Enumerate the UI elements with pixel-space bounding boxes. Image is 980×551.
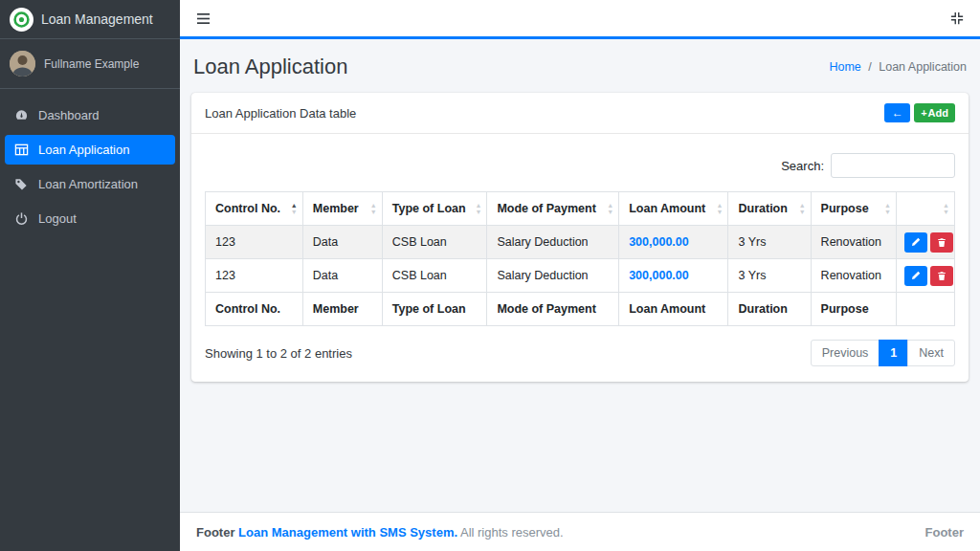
cell-mode-of-payment: Salary Deduction	[487, 259, 619, 293]
card-tools: ← +Add	[884, 103, 955, 122]
sidebar-item-label: Loan Amortization	[38, 177, 138, 191]
cell-control-no: 123	[206, 226, 303, 259]
entries-info: Showing 1 to 2 of 2 entries	[205, 346, 352, 361]
card-title: Loan Application Data table	[205, 106, 356, 121]
sidebar-item-label: Dashboard	[38, 108, 100, 122]
sort-icon: ▲▼	[607, 203, 613, 215]
edit-button[interactable]	[904, 266, 927, 286]
sidebar-item-logout[interactable]: Logout	[5, 204, 175, 233]
sort-icon: ▲▼	[475, 203, 481, 215]
power-icon	[13, 211, 29, 226]
footer-right-label: Footer	[925, 525, 964, 540]
cell-duration: 3 Yrs	[728, 259, 811, 293]
search-label: Search:	[781, 159, 824, 173]
sort-icon: ▲▼	[291, 203, 298, 215]
column-header-mode-of-payment[interactable]: Mode of Payment▲▼	[487, 192, 619, 226]
sidebar-item-dashboard[interactable]: Dashboard	[5, 100, 175, 130]
column-header-type-of-loan[interactable]: Type of Loan▲▼	[382, 192, 487, 226]
back-button[interactable]: ←	[884, 103, 910, 122]
user-panel: Fullname Example	[0, 39, 180, 89]
column-header-loan-amount[interactable]: Loan Amount▲▼	[619, 192, 728, 226]
cell-loan-amount: 300,000.00	[619, 226, 728, 259]
sidebar-item-label: Loan Application	[38, 143, 129, 157]
brand-title: Loan Management	[41, 11, 153, 27]
footer-header-actions	[896, 293, 954, 326]
table-header-row: Control No.▲▼ Member▲▼ Type of Loan▲▼ Mo…	[206, 192, 955, 226]
breadcrumb: Home / Loan Application	[829, 60, 967, 74]
avatar	[10, 51, 35, 77]
pagination: Previous 1 Next	[811, 340, 955, 366]
footer-header-loan-amount: Loan Amount	[619, 293, 728, 326]
footer-header-mode-of-payment: Mode of Payment	[487, 293, 619, 326]
search-row: Search:	[205, 153, 955, 178]
sidebar-item-label: Logout	[38, 211, 77, 226]
sort-icon: ▲▼	[717, 203, 724, 215]
column-header-member[interactable]: Member▲▼	[302, 192, 382, 226]
cell-actions	[896, 259, 954, 293]
table-icon	[13, 143, 29, 157]
footer-header-type-of-loan: Type of Loan	[382, 293, 487, 326]
add-button-label: Add	[928, 107, 948, 119]
delete-button[interactable]	[930, 232, 953, 253]
sort-icon: ▲▼	[943, 203, 949, 215]
cell-type-of-loan: CSB Loan	[382, 259, 487, 293]
add-button[interactable]: +Add	[914, 103, 955, 122]
column-header-duration[interactable]: Duration▲▼	[728, 192, 811, 226]
fullscreen-icon[interactable]	[950, 11, 964, 25]
column-header-actions[interactable]: ▲▼	[896, 192, 954, 226]
page-footer: Footer Loan Management with SMS System. …	[180, 512, 980, 551]
footer-header-duration: Duration	[728, 293, 811, 326]
pencil-icon	[911, 237, 921, 247]
column-header-purpose[interactable]: Purpose▲▼	[811, 192, 896, 226]
cell-control-no: 123	[206, 259, 303, 293]
cell-member: Data	[302, 226, 382, 259]
cell-duration: 3 Yrs	[728, 226, 811, 259]
pagination-page-1[interactable]: 1	[879, 340, 908, 366]
footer-label: Footer	[196, 525, 234, 540]
top-navbar	[180, 0, 980, 39]
footer-left: Footer Loan Management with SMS System. …	[196, 525, 564, 540]
sort-icon: ▲▼	[884, 203, 891, 215]
footer-header-member: Member	[302, 293, 382, 326]
table-row: 123 Data CSB Loan Salary Deduction 300,0…	[206, 259, 955, 293]
breadcrumb-separator: /	[868, 60, 871, 74]
sidebar-item-loan-application[interactable]: Loan Application	[5, 135, 175, 165]
page-title: Loan Application	[193, 55, 347, 79]
loan-application-table: Control No.▲▼ Member▲▼ Type of Loan▲▼ Mo…	[205, 191, 955, 326]
main-area: Loan Application Home / Loan Application…	[180, 0, 980, 551]
sidebar-item-loan-amortization[interactable]: Loan Amortization	[5, 169, 175, 199]
cell-purpose: Renovation	[811, 226, 896, 259]
card-header: Loan Application Data table ← +Add	[191, 93, 969, 134]
trash-icon	[937, 237, 947, 248]
arrow-left-icon: ←	[892, 106, 903, 120]
cell-member: Data	[302, 259, 382, 293]
pagination-previous[interactable]: Previous	[811, 340, 880, 366]
plus-icon: +	[921, 107, 926, 119]
app-root: Loan Management Fullname Example Dashboa…	[0, 0, 980, 551]
sort-icon: ▲▼	[370, 203, 377, 215]
cell-purpose: Renovation	[811, 259, 896, 293]
brand-logo-icon	[10, 8, 33, 32]
content-area: Loan Application Home / Loan Application…	[180, 39, 980, 512]
sort-icon: ▲▼	[799, 203, 806, 215]
breadcrumb-current: Loan Application	[879, 60, 967, 74]
content-header: Loan Application Home / Loan Application	[191, 47, 969, 93]
column-header-control-no[interactable]: Control No.▲▼	[206, 192, 303, 226]
dashboard-icon	[13, 108, 29, 122]
footer-rights: All rights reserved.	[460, 525, 564, 540]
pagination-next[interactable]: Next	[907, 340, 955, 366]
breadcrumb-home-link[interactable]: Home	[829, 60, 860, 74]
sidebar-menu: Dashboard Loan Application Loan Amortiza…	[0, 89, 180, 245]
footer-app-link[interactable]: Loan Management with SMS System.	[238, 525, 457, 540]
tags-icon	[13, 177, 29, 191]
edit-button[interactable]	[904, 232, 927, 253]
table-row: 123 Data CSB Loan Salary Deduction 300,0…	[206, 226, 955, 259]
delete-button[interactable]	[930, 266, 953, 286]
loan-application-card: Loan Application Data table ← +Add Searc…	[191, 93, 969, 382]
cell-mode-of-payment: Salary Deduction	[487, 226, 619, 259]
brand-link[interactable]: Loan Management	[0, 0, 180, 39]
cell-actions	[896, 226, 954, 259]
menu-toggle-icon[interactable]	[196, 12, 211, 25]
search-input[interactable]	[831, 153, 955, 178]
footer-header-control-no: Control No.	[206, 293, 303, 326]
